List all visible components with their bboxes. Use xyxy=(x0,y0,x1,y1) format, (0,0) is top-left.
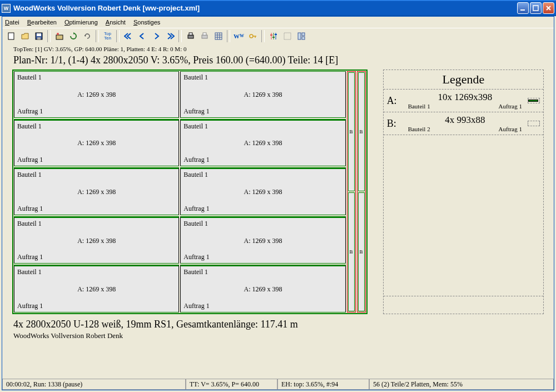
svg-rect-6 xyxy=(56,35,63,39)
svg-rect-10 xyxy=(202,35,207,38)
menu-datei[interactable]: Datei xyxy=(5,19,19,26)
reload-icon[interactable] xyxy=(81,30,93,42)
toolbar: TopTen WW xyxy=(2,28,554,43)
new-icon[interactable] xyxy=(4,30,17,42)
svg-rect-4 xyxy=(37,33,41,36)
menu-bar: Datei Bearbeiten Optimierung Ansicht Son… xyxy=(2,17,554,28)
svg-rect-23 xyxy=(270,34,272,36)
cut-piece: Bauteil 1A: 1269 x 398Auftrag 1 xyxy=(180,71,345,118)
first-icon[interactable] xyxy=(122,30,135,42)
status-tt: TT: V= 3.65%, P= 640.00 xyxy=(186,379,277,390)
svg-rect-24 xyxy=(272,37,275,38)
menu-ansicht[interactable]: Ansicht xyxy=(106,19,126,26)
next-icon[interactable] xyxy=(150,30,162,42)
svg-rect-26 xyxy=(284,33,291,39)
legend-title: Legende xyxy=(384,70,543,90)
cut-piece: Bauteil 1A: 1269 x 398Auftrag 1 xyxy=(180,167,345,215)
refresh-icon[interactable] xyxy=(67,30,80,42)
window-title: WoodWorks Vollversion Robert Denk [ww-pr… xyxy=(13,4,516,12)
bottom-info: 4x 2800x2050 U-128 weiß, 19mm RS1, Gesam… xyxy=(2,314,554,341)
cut-piece: Bauteil 1A: 1269 x 398Auftrag 1 xyxy=(14,71,179,118)
topten-icon[interactable]: TopTen xyxy=(101,30,114,42)
cut-piece: Bauteil 1A: 1269 x 398Auftrag 1 xyxy=(14,167,179,215)
print2-icon[interactable] xyxy=(198,30,211,42)
cut-piece: Bauteil 1A: 1269 x 398Auftrag 1 xyxy=(180,216,345,264)
svg-point-7 xyxy=(57,33,59,35)
svg-rect-12 xyxy=(215,33,222,39)
cut-piece: Bauteil 1A: 1269 x 398Auftrag 1 xyxy=(14,216,179,264)
cut-piece-b: B xyxy=(348,72,355,191)
menu-bearbeiten[interactable]: Bearbeiten xyxy=(27,19,57,26)
legend-panel: Legende A: 10x 1269x398 Bauteil 1Auftrag… xyxy=(383,70,544,314)
svg-rect-28 xyxy=(302,33,305,36)
cut-piece: Bauteil 1A: 1269 x 398Auftrag 1 xyxy=(180,265,345,312)
maximize-button[interactable] xyxy=(530,2,542,14)
minimize-button[interactable] xyxy=(517,2,529,14)
plan-header: Plan-Nr: 1/1, (1-4) 4x 2800x2050 V: 3.65… xyxy=(2,53,554,70)
cut-piece-b: B xyxy=(358,192,365,311)
last-icon[interactable] xyxy=(163,30,176,42)
open-icon[interactable] xyxy=(18,30,31,42)
save-icon[interactable] xyxy=(32,30,45,42)
cut-plan: Bauteil 1A: 1269 x 398Auftrag 1Bauteil 1… xyxy=(12,70,368,314)
close-button[interactable] xyxy=(543,2,554,14)
title-bar: W WoodWorks Vollversion Robert Denk [ww-… xyxy=(0,0,556,16)
status-mem: 56 (2) Teile/2 Platten, Mem: 55% xyxy=(369,379,554,390)
svg-rect-9 xyxy=(189,33,192,35)
topten-summary: TopTen: [1] GV: 3.65%, GP: 640.00 Pläne:… xyxy=(2,43,554,53)
tool-icon-1[interactable] xyxy=(53,30,66,42)
cut-piece: Bauteil 1A: 1269 x 398Auftrag 1 xyxy=(180,119,345,167)
svg-point-17 xyxy=(250,34,253,38)
sliders-icon[interactable] xyxy=(267,30,280,42)
status-eh: EH: top: 3.65%, #:94 xyxy=(277,379,369,390)
status-time: 00:00:02, Run: 1338 (pause) xyxy=(2,379,186,390)
legend-swatch-a xyxy=(528,98,540,103)
cut-piece-b: B xyxy=(358,72,365,191)
svg-rect-29 xyxy=(302,37,305,39)
svg-rect-5 xyxy=(37,37,41,39)
legend-row-a: A: 10x 1269x398 Bauteil 1Auftrag 1 xyxy=(384,90,543,112)
legend-swatch-b xyxy=(528,121,540,126)
ww-icon[interactable]: WW xyxy=(232,30,245,42)
dots-icon[interactable] xyxy=(281,30,294,42)
svg-rect-25 xyxy=(275,34,277,35)
svg-rect-27 xyxy=(298,33,301,39)
print-icon[interactable] xyxy=(184,30,197,42)
svg-rect-2 xyxy=(8,33,14,39)
svg-rect-8 xyxy=(188,35,193,38)
legend-row-b: B: 4x 993x88 Bauteil 2Auftrag 1 xyxy=(384,112,543,135)
svg-rect-0 xyxy=(520,9,525,11)
status-bar: 00:00:02, Run: 1338 (pause) TT: V= 3.65%… xyxy=(2,379,554,390)
menu-optimierung[interactable]: Optimierung xyxy=(64,19,98,26)
key-icon[interactable] xyxy=(246,30,259,42)
grid-icon[interactable] xyxy=(212,30,225,42)
prev-icon[interactable] xyxy=(136,30,148,42)
cut-piece: Bauteil 1A: 1269 x 398Auftrag 1 xyxy=(14,265,179,312)
svg-rect-11 xyxy=(203,33,206,35)
cut-piece-b: B xyxy=(348,192,355,311)
menu-sonstiges[interactable]: Sonstiges xyxy=(133,19,160,26)
app-icon: W xyxy=(2,4,11,13)
cut-piece: Bauteil 1A: 1269 x 398Auftrag 1 xyxy=(14,119,179,167)
layout-icon[interactable] xyxy=(295,30,307,42)
svg-rect-1 xyxy=(533,6,538,11)
